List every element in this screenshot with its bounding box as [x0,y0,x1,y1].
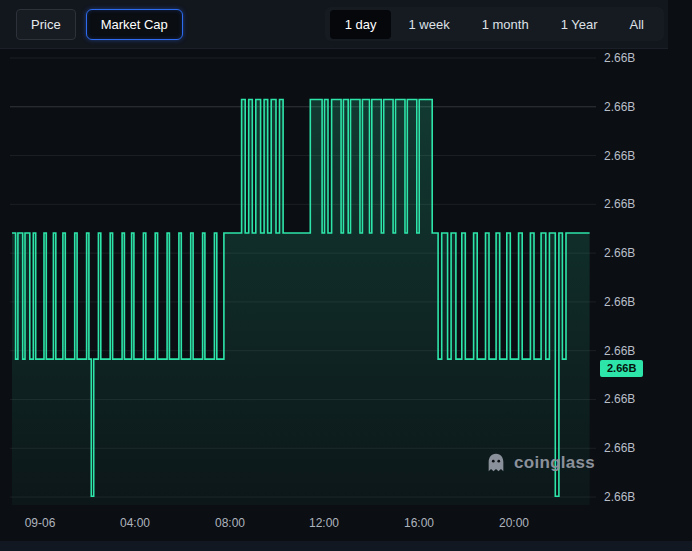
range-tab-1-week[interactable]: 1 week [393,10,464,39]
range-tab-1-month[interactable]: 1 month [467,10,544,39]
chart-page: Price Market Cap 1 day1 week1 month1 Yea… [0,0,692,551]
range-tab-all[interactable]: All [615,10,659,39]
y-axis-label: 2.66B [604,197,635,211]
time-range-selector: 1 day1 week1 month1 YearAll [325,7,664,41]
range-tab-1-day[interactable]: 1 day [330,10,392,39]
x-axis-label: 20:00 [499,516,529,530]
range-tab-1-year[interactable]: 1 Year [546,10,613,39]
y-axis-label: 2.66B [604,246,635,260]
coinglass-watermark-text: coinglass [514,453,595,473]
x-axis-label: 12:00 [309,516,339,530]
y-axis-label: 2.66B [604,295,635,309]
x-axis-label: 09-06 [25,516,56,530]
y-axis-label: 2.66B [604,392,635,406]
y-axis-label: 2.66B [604,344,635,358]
y-axis-label: 2.66B [604,490,635,504]
coinglass-logo-icon [485,452,507,474]
current-value-badge: 2.66B [600,360,643,377]
y-axis-label: 2.66B [604,441,635,455]
x-axis-label: 16:00 [404,516,434,530]
y-axis-label: 2.66B [604,100,635,114]
y-axis-label: 2.66B [604,51,635,65]
chart-scrollbar[interactable] [0,541,692,551]
market-cap-tab-button[interactable]: Market Cap [86,9,183,40]
price-tab-button[interactable]: Price [16,9,76,40]
coinglass-watermark: coinglass [485,452,595,474]
x-axis-label: 08:00 [215,516,245,530]
y-axis-label: 2.66B [604,149,635,163]
x-axis-label: 04:00 [120,516,150,530]
chart-toolbar: Price Market Cap 1 day1 week1 month1 Yea… [0,0,668,49]
